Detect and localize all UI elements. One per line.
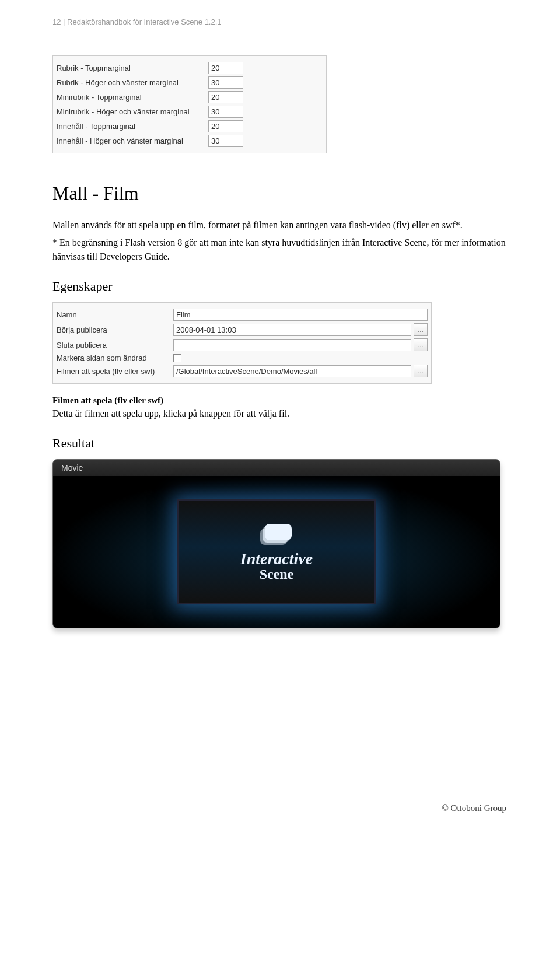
margin-row: Rubrik - Höger och vänster marginal [57, 76, 323, 89]
margin-settings-panel: Rubrik - Toppmarginal Rubrik - Höger och… [52, 55, 327, 153]
prop-label: Namn [57, 310, 173, 319]
margin-row: Innehåll - Höger och vänster marginal [57, 135, 323, 147]
logo-text-sub: Scene [260, 567, 294, 581]
prop-row-start: Börja publicera ... [57, 323, 428, 336]
bold-lead: Filmen att spela (flv eller swf) [52, 396, 508, 405]
paragraph-footnote: * En begränsning i Flash version 8 gör a… [52, 236, 508, 264]
margin-input-innehall-hv[interactable] [208, 135, 243, 147]
browse-button[interactable]: ... [414, 323, 428, 336]
margin-row: Innehåll - Toppmarginal [57, 120, 323, 132]
section-title: Mall - Film [52, 183, 508, 204]
stack-icon [260, 523, 293, 545]
browse-button[interactable]: ... [414, 338, 428, 351]
browse-button[interactable]: ... [414, 365, 428, 377]
margin-row: Rubrik - Toppmarginal [57, 62, 323, 74]
film-path-input[interactable] [173, 365, 411, 377]
prop-label: Börja publicera [57, 326, 173, 334]
prop-row-film-path: Filmen att spela (flv eller swf) ... [57, 365, 428, 377]
namn-input[interactable] [173, 309, 428, 321]
movie-screen: Interactive Scene [53, 476, 500, 628]
prop-row-mark-changed: Markera sidan som ändrad [57, 354, 428, 362]
margin-row: Minirubrik - Höger och vänster marginal [57, 106, 323, 118]
margin-input-minirubrik-hv[interactable] [208, 106, 243, 118]
margin-label: Innehåll - Höger och vänster marginal [57, 137, 208, 145]
subheading-resultat: Resultat [52, 436, 508, 451]
margin-input-innehall-top[interactable] [208, 120, 243, 132]
margin-label: Innehåll - Toppmarginal [57, 122, 208, 131]
margin-input-rubrik-top[interactable] [208, 62, 243, 74]
margin-label: Rubrik - Höger och vänster marginal [57, 78, 208, 87]
prop-row-stop: Sluta publicera ... [57, 338, 428, 351]
margin-label: Minirubrik - Toppmarginal [57, 93, 208, 102]
prop-row-namn: Namn [57, 309, 428, 321]
properties-panel: Namn Börja publicera ... Sluta publicera… [52, 302, 432, 384]
subheading-egenskaper: Egenskaper [52, 279, 508, 294]
start-publish-input[interactable] [173, 324, 411, 336]
margin-row: Minirubrik - Toppmarginal [57, 91, 323, 103]
mark-changed-checkbox[interactable] [173, 354, 181, 362]
result-tab-label: Movie [53, 460, 500, 476]
prop-label: Markera sidan som ändrad [57, 354, 173, 362]
margin-label: Rubrik - Toppmarginal [57, 64, 208, 72]
margin-input-minirubrik-top[interactable] [208, 91, 243, 103]
paragraph: Mallen används för att spela upp en film… [52, 218, 508, 232]
paragraph: Detta är filmen att spela upp, klicka på… [52, 407, 508, 421]
margin-input-rubrik-hv[interactable] [208, 76, 243, 89]
page-header: 12 | Redaktörshandbok för Interactive Sc… [52, 18, 508, 26]
result-preview: Movie Interactive Scene [52, 459, 501, 628]
page-footer: © Ottoboni Group [52, 803, 508, 813]
prop-label: Sluta publicera [57, 341, 173, 349]
stop-publish-input[interactable] [173, 339, 411, 351]
logo-text-top: Interactive [240, 551, 313, 567]
margin-label: Minirubrik - Höger och vänster marginal [57, 107, 208, 116]
prop-label: Filmen att spela (flv eller swf) [57, 367, 173, 376]
movie-logo-card: Interactive Scene [177, 499, 376, 604]
